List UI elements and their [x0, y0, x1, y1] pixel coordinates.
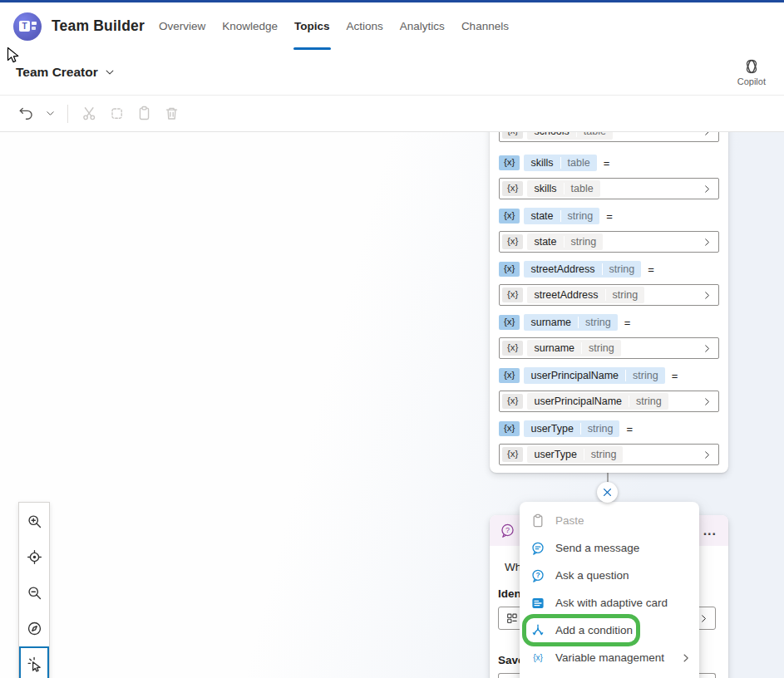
- select-pointer-button[interactable]: [19, 646, 49, 678]
- variable-chip: {x}: [499, 155, 520, 170]
- center-view-button[interactable]: [19, 539, 49, 575]
- tab-analytics[interactable]: Analytics: [392, 2, 453, 50]
- variable-name-type: userPrincipalName string: [524, 367, 664, 384]
- equals-sign: =: [624, 317, 631, 329]
- app-title: Team Builder: [52, 17, 145, 35]
- menu-item-topic-management-icon[interactable]: [520, 671, 699, 678]
- variable-chip: {x}: [499, 315, 520, 330]
- delete-button[interactable]: [160, 103, 182, 125]
- variable-chip: {x}: [499, 368, 520, 383]
- menu-item-paste[interactable]: Paste: [520, 507, 699, 534]
- menu-item-ask-a-question[interactable]: ? Ask a question: [520, 562, 699, 589]
- menu-item-label: Add a condition: [555, 624, 633, 636]
- variable-name: state: [527, 236, 563, 248]
- undo-button[interactable]: [15, 103, 37, 125]
- variable-value-picker[interactable]: {x} userPrincipalName string: [499, 391, 719, 412]
- authoring-canvas[interactable]: {x} schools table {x} skills table = {x}…: [0, 132, 784, 678]
- tab-actions[interactable]: Actions: [338, 2, 392, 50]
- variable-name: skills: [527, 183, 563, 194]
- equals-sign: =: [672, 370, 678, 382]
- variable-value-picker[interactable]: {x} streetAddress string: [499, 284, 719, 306]
- identify-label: Iden: [498, 587, 521, 600]
- variable-name: skills: [524, 157, 560, 169]
- equals-sign: =: [604, 157, 610, 170]
- variable-management-icon: {x}: [530, 651, 545, 666]
- variable-value-picker[interactable]: {x} skills table: [499, 178, 719, 199]
- variables-panel: {x} schools table {x} skills table = {x}…: [490, 132, 728, 473]
- add-condition-icon: [530, 623, 545, 638]
- send-message-icon: [530, 541, 545, 556]
- variable-type: string: [605, 289, 645, 301]
- tab-overview[interactable]: Overview: [150, 2, 214, 50]
- variable-chip: {x}: [502, 181, 523, 196]
- paste-icon: [136, 106, 152, 121]
- edit-toolbar: [0, 96, 784, 132]
- variable-label-row: {x} streetAddress string =: [499, 260, 719, 278]
- variable-type: string: [584, 449, 624, 460]
- menu-item-send-a-message[interactable]: Send a message: [520, 534, 699, 562]
- compass-button[interactable]: [19, 611, 49, 646]
- variable-type: table: [564, 183, 600, 194]
- variable-assignment: {x} state string = {x} state string: [499, 207, 719, 253]
- variable-label-row: {x} userPrincipalName string =: [499, 366, 719, 385]
- chevron-right-icon: [703, 291, 712, 300]
- chevron-right-icon: [681, 653, 691, 663]
- undo-icon: [18, 106, 34, 121]
- variable-type: string: [564, 236, 604, 248]
- close-insert-menu-button[interactable]: [597, 482, 618, 503]
- select-pointer-icon: [27, 656, 42, 672]
- chevron-right-icon: [703, 450, 712, 459]
- variable-chip: {x}: [499, 209, 520, 224]
- menu-item-variable-management[interactable]: {x} Variable management: [520, 644, 699, 671]
- equals-sign: =: [606, 210, 613, 223]
- variable-chip: {x}: [502, 394, 523, 409]
- cut-button[interactable]: [78, 103, 100, 125]
- chevron-right-icon: [703, 344, 712, 353]
- variable-chip: {x}: [502, 341, 523, 356]
- copy-icon: [109, 106, 125, 121]
- teams-logo-letter: T: [19, 21, 30, 32]
- variable-name-type: userType string: [524, 420, 619, 437]
- copilot-button[interactable]: Copilot: [732, 56, 771, 88]
- paste-button[interactable]: [133, 103, 155, 125]
- zoom-out-button[interactable]: [19, 575, 49, 611]
- variable-chip: {x}: [499, 421, 520, 436]
- chevron-down-icon: [104, 66, 116, 78]
- zoom-out-icon: [27, 585, 42, 601]
- variable-name: userPrincipalName: [527, 396, 629, 407]
- chevron-right-icon: [703, 132, 712, 136]
- topic-selector[interactable]: Team Creator: [16, 65, 116, 80]
- variable-label-row: {x} state string =: [499, 207, 719, 225]
- variable-assignment: {x} streetAddress string = {x} streetAdd…: [499, 260, 719, 306]
- copy-button[interactable]: [106, 103, 127, 125]
- menu-item-ask-with-adaptive-card[interactable]: Ask with adaptive card: [520, 589, 699, 617]
- theme-strip: [0, 0, 784, 2]
- variable-type: table: [576, 132, 613, 137]
- variable-chip: {x}: [499, 262, 520, 277]
- variable-label-row: {x} skills table =: [499, 154, 719, 172]
- insert-node-menu-items: Paste Send a message ? Ask a question As…: [520, 507, 699, 678]
- tab-label: Overview: [159, 20, 205, 32]
- chevron-down-button[interactable]: [42, 103, 57, 125]
- tab-knowledge[interactable]: Knowledge: [214, 2, 286, 50]
- edit-button: [67, 105, 68, 123]
- variable-assignment: {x} userPrincipalName string = {x} userP…: [499, 366, 719, 412]
- paste-icon: [530, 513, 545, 528]
- chevron-down-icon: [45, 108, 56, 119]
- variable-value-picker[interactable]: {x} schools table: [499, 132, 719, 142]
- node-more-button[interactable]: ...: [700, 525, 720, 537]
- tab-channels[interactable]: Channels: [453, 2, 517, 50]
- svg-text:{x}: {x}: [533, 653, 543, 662]
- variable-label-row: {x} userType string =: [499, 420, 719, 438]
- zoom-in-icon: [27, 513, 42, 529]
- variable-name-type: streetAddress string: [527, 287, 644, 303]
- chevron-right-icon: [703, 184, 712, 194]
- insert-node-menu: Paste Send a message ? Ask a question As…: [520, 502, 699, 678]
- svg-text:?: ?: [535, 571, 540, 579]
- variable-value-picker[interactable]: {x} state string: [499, 231, 719, 253]
- menu-item-add-a-condition[interactable]: Add a condition: [520, 617, 699, 644]
- variable-value-picker[interactable]: {x} surname string: [499, 337, 719, 359]
- variable-value-picker[interactable]: {x} userType string: [499, 444, 719, 465]
- zoom-in-button[interactable]: [19, 504, 49, 539]
- tab-topics[interactable]: Topics: [286, 2, 338, 50]
